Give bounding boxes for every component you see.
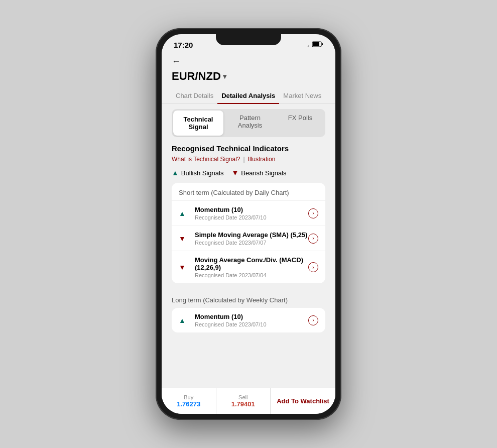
indicator-down-icon: ▼ — [179, 263, 191, 272]
indicator-row[interactable]: ▼ Moving Average Conv./Div. (MACD) (12,2… — [172, 251, 325, 283]
currency-chevron[interactable]: ▾ — [223, 72, 226, 80]
watchlist-button[interactable]: Add To Watchlist — [271, 388, 335, 414]
illustration-link[interactable]: Illustration — [248, 156, 276, 163]
header: ← EUR/NZD ▾ — [162, 52, 335, 88]
indicator-info: Simple Moving Average (SMA) (5,25) Recog… — [195, 231, 308, 246]
sub-tab-pattern-analysis[interactable]: Pattern Analysis — [225, 109, 275, 137]
sub-tabs-container: Technical Signal Pattern Analysis FX Pol… — [162, 104, 335, 142]
chevron-right-icon[interactable]: › — [308, 262, 318, 272]
buy-label: Buy — [184, 394, 193, 400]
chevron-right-icon[interactable]: › — [308, 234, 318, 244]
indicator-date: Recognised Date 2023/07/10 — [195, 214, 308, 220]
buy-value: 1.76273 — [177, 400, 200, 408]
bullish-label: Bullish Signals — [181, 169, 224, 177]
currency-pair: EUR/NZD — [172, 70, 221, 83]
back-button[interactable]: ← — [172, 56, 325, 67]
long-term-card-group: ▲ Momentum (10) Recognised Date 2023/07/… — [172, 308, 325, 332]
svg-rect-1 — [313, 42, 319, 46]
phone-frame: 17:20 ⌟ ← EUR/NZD ▾ — [156, 28, 341, 420]
tab-market-news[interactable]: Market News — [279, 88, 325, 103]
long-term-title: Long term (Calculated by Weekly Chart) — [172, 290, 325, 308]
indicator-name: Momentum (10) — [195, 206, 308, 213]
status-time: 17:20 — [174, 41, 193, 49]
sub-tab-fx-polls[interactable]: FX Polls — [275, 109, 325, 137]
svg-rect-2 — [322, 43, 323, 45]
indicator-down-icon: ▼ — [179, 234, 191, 243]
indicator-row[interactable]: ▲ Momentum (10) Recognised Date 2023/07/… — [172, 308, 325, 332]
watchlist-label: Add To Watchlist — [277, 397, 329, 405]
indicator-row[interactable]: ▼ Simple Moving Average (SMA) (5,25) Rec… — [172, 226, 325, 251]
bearish-legend: ▼ Bearish Signals — [231, 169, 286, 177]
tab-detailed-analysis[interactable]: Detailed Analysis — [217, 88, 279, 103]
currency-title: EUR/NZD ▾ — [172, 70, 325, 83]
what-is-link[interactable]: What is Technical Signal? — [172, 156, 240, 163]
indicator-up-icon: ▲ — [179, 209, 191, 218]
buy-button[interactable]: Buy 1.76273 — [162, 388, 216, 414]
indicator-name: Moving Average Conv./Div. (MACD) (12,26,… — [195, 256, 308, 271]
link-divider: | — [243, 156, 245, 163]
screen-content: ← EUR/NZD ▾ Chart Details Detailed Analy… — [162, 52, 335, 414]
bottom-bar: Buy 1.76273 Sell 1.79401 Add To Watchlis… — [162, 388, 335, 414]
sub-tab-technical-signal[interactable]: Technical Signal — [173, 110, 223, 136]
indicator-date: Recognised Date 2023/07/10 — [195, 321, 308, 327]
sell-button[interactable]: Sell 1.79401 — [216, 388, 271, 414]
sub-tabs: Technical Signal Pattern Analysis FX Pol… — [172, 109, 325, 137]
long-term-section: Long term (Calculated by Weekly Chart) ▲… — [172, 290, 325, 332]
section-title: Recognised Technical Indicators — [172, 144, 325, 153]
battery-icon — [312, 41, 323, 49]
indicator-up-icon: ▲ — [179, 316, 191, 325]
signal-legend: ▲ Bullish Signals ▼ Bearish Signals — [172, 169, 325, 177]
short-term-title: Short term (Calculated by Daily Chart) — [172, 183, 325, 200]
tab-chart-details[interactable]: Chart Details — [172, 88, 217, 103]
bearish-label: Bearish Signals — [241, 169, 286, 177]
indicator-name: Momentum (10) — [195, 313, 308, 320]
links-row: What is Technical Signal? | Illustration — [172, 156, 325, 163]
chevron-right-icon[interactable]: › — [308, 208, 318, 218]
status-icons: ⌟ — [307, 41, 323, 49]
chevron-right-icon[interactable]: › — [308, 315, 318, 325]
bearish-arrow-icon: ▼ — [231, 169, 238, 177]
main-tabs: Chart Details Detailed Analysis Market N… — [162, 88, 335, 104]
bullish-legend: ▲ Bullish Signals — [172, 169, 223, 177]
sell-label: Sell — [238, 394, 247, 400]
notch — [216, 34, 281, 45]
sell-value: 1.79401 — [231, 400, 255, 408]
indicator-name: Simple Moving Average (SMA) (5,25) — [195, 231, 308, 239]
indicator-info: Moving Average Conv./Div. (MACD) (12,26,… — [195, 256, 308, 278]
wifi-icon: ⌟ — [307, 41, 310, 48]
short-term-card-group: Short term (Calculated by Daily Chart) ▲… — [172, 183, 325, 283]
indicator-date: Recognised Date 2023/07/04 — [195, 272, 308, 278]
indicator-row[interactable]: ▲ Momentum (10) Recognised Date 2023/07/… — [172, 200, 325, 226]
phone-screen: 17:20 ⌟ ← EUR/NZD ▾ — [162, 34, 335, 414]
indicator-info: Momentum (10) Recognised Date 2023/07/10 — [195, 206, 308, 220]
indicator-date: Recognised Date 2023/07/07 — [195, 240, 308, 246]
main-scroll: Recognised Technical Indicators What is … — [162, 142, 335, 388]
bullish-arrow-icon: ▲ — [172, 169, 179, 177]
indicator-info: Momentum (10) Recognised Date 2023/07/10 — [195, 313, 308, 327]
